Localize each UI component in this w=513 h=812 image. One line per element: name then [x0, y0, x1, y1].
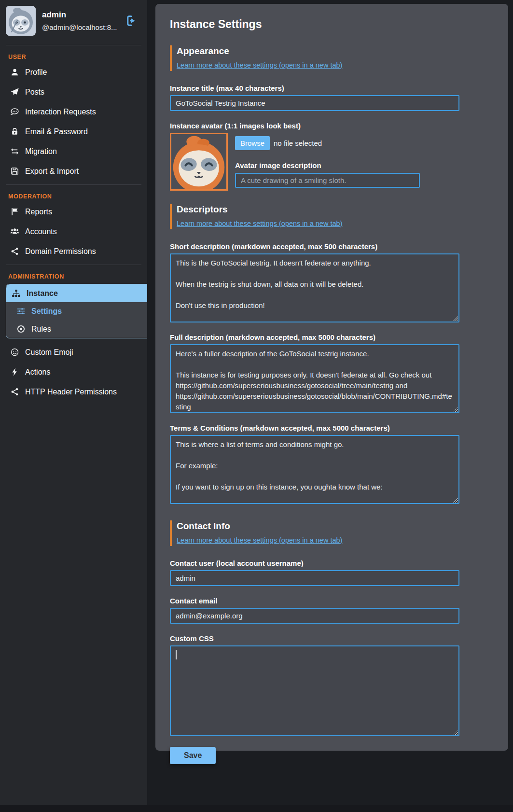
- custom-css-textarea[interactable]: [170, 645, 459, 736]
- sidebar-item-label: HTTP Header Permissions: [25, 388, 117, 396]
- contact-email-field: Contact email: [170, 597, 459, 624]
- sidebar-item-domain-permissions[interactable]: Domain Permissions: [0, 241, 147, 261]
- comment-dots-icon: [10, 107, 19, 116]
- sidebar-item-instance[interactable]: Instance: [6, 284, 147, 302]
- sidebar: admin @admin@localhost:8... USER Profile…: [0, 0, 147, 805]
- instance-menu-block: Instance Settings Rules: [6, 284, 147, 338]
- save-button[interactable]: Save: [170, 747, 216, 764]
- sidebar-item-profile[interactable]: Profile: [0, 62, 147, 82]
- sidebar-item-posts[interactable]: Posts: [0, 82, 147, 102]
- page-title: Instance Settings: [170, 18, 494, 31]
- sidebar-item-label: Posts: [25, 88, 44, 97]
- descriptors-section-header: Descriptors Learn more about these setti…: [170, 204, 494, 229]
- instance-avatar-field: Instance avatar (1:1 images look best): [170, 122, 513, 191]
- short-description-label: Short description (markdown accepted, ma…: [170, 242, 459, 251]
- instance-title-field: Instance title (max 40 characters): [170, 84, 459, 111]
- flag-icon: [10, 207, 19, 216]
- sidebar-item-label: Export & Import: [25, 167, 79, 176]
- contact-section-header: Contact info Learn more about these sett…: [170, 520, 494, 546]
- user-handle: @admin@localhost:8...: [42, 23, 120, 31]
- text-cursor: [176, 650, 177, 659]
- contact-user-label: Contact user (local account username): [170, 559, 459, 567]
- instance-avatar-label: Instance avatar (1:1 images look best): [170, 122, 513, 130]
- full-description-textarea[interactable]: Here's a fuller description of the GoToS…: [170, 344, 459, 413]
- sidebar-item-interaction-requests[interactable]: Interaction Requests: [0, 102, 147, 122]
- contact-user-input[interactable]: [170, 570, 459, 586]
- custom-css-label: Custom CSS: [170, 634, 459, 643]
- terms-field: Terms & Conditions (markdown accepted, m…: [170, 424, 459, 504]
- sidebar-item-actions[interactable]: Actions: [0, 362, 147, 382]
- divider: [6, 184, 141, 185]
- sidebar-item-migration[interactable]: Migration: [0, 141, 147, 161]
- terms-textarea[interactable]: This is where a list of terms and condit…: [170, 435, 459, 504]
- appearance-section-header: Appearance Learn more about these settin…: [170, 45, 494, 71]
- sloth-avatar-icon: [6, 6, 36, 36]
- sloth-mascot-image: [171, 134, 226, 189]
- bolt-icon: [10, 367, 19, 377]
- instance-title-input[interactable]: [170, 95, 459, 111]
- sidebar-item-label: Custom Emoji: [25, 348, 73, 357]
- avatar-description-input[interactable]: [235, 173, 420, 188]
- paper-plane-icon: [10, 87, 19, 97]
- sidebar-item-reports[interactable]: Reports: [0, 202, 147, 222]
- sidebar-item-label: Migration: [25, 147, 57, 156]
- sidebar-item-label: Domain Permissions: [25, 247, 96, 256]
- appearance-heading: Appearance: [177, 46, 494, 56]
- sidebar-item-label: Email & Password: [25, 127, 88, 136]
- sidebar-item-instance-rules[interactable]: Rules: [6, 320, 147, 338]
- share-nodes-icon: [10, 387, 19, 396]
- contact-email-input[interactable]: [170, 608, 459, 624]
- sidebar-item-label: Reports: [25, 208, 52, 216]
- divider: [6, 265, 141, 265]
- sidebar-item-export-import[interactable]: Export & Import: [0, 161, 147, 181]
- sidebar-item-label: Rules: [31, 325, 51, 334]
- share-nodes-icon: [10, 247, 19, 256]
- instance-submenu: Settings Rules: [6, 302, 147, 338]
- sidebar-item-label: Profile: [25, 68, 47, 77]
- contact-learn-more-link[interactable]: Learn more about these settings (opens i…: [177, 536, 342, 544]
- floppy-disk-icon: [10, 167, 19, 176]
- divider: [6, 45, 141, 45]
- descriptors-heading: Descriptors: [177, 204, 494, 215]
- contact-email-label: Contact email: [170, 597, 459, 605]
- sidebar-item-label: Settings: [31, 307, 62, 316]
- instance-title-label: Instance title (max 40 characters): [170, 84, 459, 92]
- settings-panel: Instance Settings Appearance Learn more …: [155, 4, 508, 751]
- browse-button[interactable]: Browse: [235, 136, 270, 150]
- sidebar-item-label: Instance: [27, 289, 58, 298]
- instance-avatar-preview: [170, 133, 228, 191]
- sidebar-item-label: Accounts: [25, 227, 57, 236]
- appearance-learn-more-link[interactable]: Learn more about these settings (opens i…: [177, 61, 342, 69]
- user-meta: admin @admin@localhost:8...: [42, 10, 120, 31]
- custom-css-field: Custom CSS: [170, 634, 459, 736]
- section-caption-administration: ADMINISTRATION: [8, 273, 147, 280]
- section-caption-user: USER: [8, 54, 147, 60]
- exchange-arrows-icon: [10, 147, 19, 156]
- sidebar-item-label: Actions: [25, 368, 50, 377]
- sidebar-item-custom-emoji[interactable]: Custom Emoji: [0, 342, 147, 362]
- sidebar-item-label: Interaction Requests: [25, 108, 96, 116]
- contact-user-field: Contact user (local account username): [170, 559, 459, 586]
- sitemap-icon: [12, 289, 21, 298]
- section-caption-moderation: MODERATION: [8, 193, 147, 200]
- user-card: admin @admin@localhost:8...: [0, 0, 147, 42]
- app-background: admin @admin@localhost:8... USER Profile…: [0, 0, 513, 805]
- sidebar-item-instance-settings[interactable]: Settings: [6, 302, 147, 320]
- user-avatar: [6, 6, 36, 36]
- short-description-field: Short description (markdown accepted, ma…: [170, 242, 459, 322]
- sidebar-item-email-password[interactable]: Email & Password: [0, 122, 147, 141]
- full-description-field: Full description (markdown accepted, max…: [170, 333, 459, 413]
- descriptors-learn-more-link[interactable]: Learn more about these settings (opens i…: [177, 220, 342, 227]
- terms-label: Terms & Conditions (markdown accepted, m…: [170, 424, 459, 432]
- sign-out-icon[interactable]: [126, 14, 139, 27]
- user-icon: [10, 68, 19, 77]
- sliders-icon: [16, 307, 26, 316]
- user-name: admin: [42, 10, 120, 20]
- sidebar-item-accounts[interactable]: Accounts: [0, 222, 147, 241]
- sidebar-item-http-header-permissions[interactable]: HTTP Header Permissions: [0, 382, 147, 402]
- lock-icon: [10, 127, 19, 136]
- smile-icon: [10, 348, 19, 357]
- short-description-textarea[interactable]: This is the GoToSocial testrig. It doesn…: [170, 253, 459, 322]
- file-status-text: no file selected: [274, 139, 322, 147]
- dot-circle-icon: [16, 324, 26, 334]
